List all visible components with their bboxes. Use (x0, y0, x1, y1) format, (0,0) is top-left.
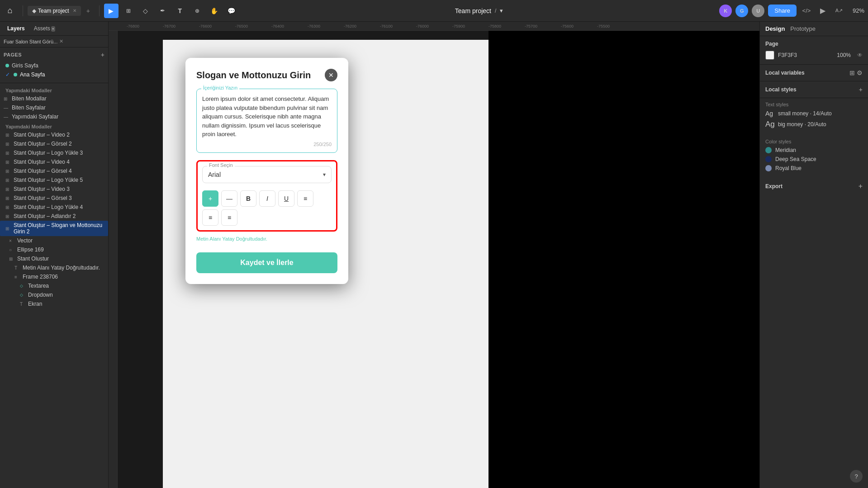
layer-metin[interactable]: T Metin Alanı Yatay Doğrultudadır. (0, 263, 108, 272)
save-button[interactable]: Kaydet ve İlerle (196, 252, 337, 273)
add-page-button[interactable]: + (101, 51, 104, 58)
layer-group-modaller: Yapımdaki Modaller (0, 121, 108, 130)
tab-close-icon[interactable]: ✕ (73, 8, 76, 13)
frame-tool[interactable]: ⊞ (121, 4, 136, 18)
design-tab[interactable]: Design (765, 25, 785, 32)
textarea-content[interactable]: Lorem ipsum dolor sit amet consectetur. … (202, 95, 332, 139)
layer-yapımdaki-sayfalar[interactable]: — Yapımdaki Sayfalar (0, 112, 108, 121)
settings-icon: ⚙ (857, 69, 863, 76)
active-tab[interactable]: ◆ Team project ✕ (28, 6, 81, 16)
prototype-tab[interactable]: Prototype (790, 25, 816, 32)
font-select[interactable]: Font Seçin Arial ▾ (202, 166, 332, 183)
format-italic-button[interactable]: I (259, 190, 275, 207)
page-dot-ana (14, 73, 17, 76)
layer-video3[interactable]: ⊞ Stant Oluştur – Video 3 (0, 185, 108, 194)
text-icon2: T (20, 302, 26, 307)
layer-logo3[interactable]: ⊞ Stant Oluştur – Logo Yükle 3 (0, 148, 108, 157)
assets-tab[interactable]: Assets• (30, 24, 59, 33)
color-style-deep-sea[interactable]: Deep Sea Space (765, 156, 863, 162)
shape-tool[interactable]: ◇ (138, 4, 153, 18)
comment-tool[interactable]: 💬 (224, 4, 239, 18)
avatar-3: U (752, 5, 764, 17)
layer-biten-sayfalar[interactable]: — Biten Sayfalar (0, 103, 108, 112)
layer-ellipse[interactable]: ○ Ellipse 169 (0, 245, 108, 254)
layer-frame238706[interactable]: ≡ Frame 238706 (0, 272, 108, 281)
code-view-icon[interactable]: </> (800, 5, 813, 17)
format-underline-button[interactable]: U (278, 190, 294, 207)
format-add-button[interactable]: + (202, 190, 218, 207)
text-style-label-1: small money · 14/Auto (778, 110, 832, 117)
export-add-button[interactable]: + (859, 182, 863, 190)
color-style-royal-blue[interactable]: Royal Blue (765, 165, 863, 171)
layer-adlandir2[interactable]: ⊞ Stant Oluştur – Adlandır 2 (0, 212, 108, 221)
pen-tool[interactable]: ✒ (156, 4, 170, 18)
frame-icon2: ≡ (14, 275, 21, 280)
color-dot-royal-blue (765, 165, 772, 171)
x-icon: × (9, 238, 15, 243)
layer-gorsel3[interactable]: ⊞ Stant Oluştur – Görsel 3 (0, 194, 108, 203)
color-styles-section: Color styles Meridian Deep Sea Space Roy… (760, 135, 868, 178)
hand-tool[interactable]: ✋ (207, 4, 222, 18)
home-icon[interactable]: ⌂ (4, 5, 16, 17)
layer-label: Stant Oluştur – Görsel 2 (14, 141, 72, 147)
layer-textarea[interactable]: ◇ Textarea (0, 281, 108, 290)
layers-tab[interactable]: Layers (4, 24, 28, 33)
text-style-big-money[interactable]: Ag big money · 20/Auto (765, 120, 863, 129)
layer-slogan2[interactable]: ⊞ Stant Oluştur – Slogan ve Mottonuzu Gi… (0, 221, 108, 236)
align-text: Metin Alanı Yatay Doğrultudadır. (196, 236, 337, 242)
ruler-mark: -75700 (525, 24, 561, 28)
format-bold-button[interactable]: B (240, 190, 256, 207)
format-minus-button[interactable]: — (221, 190, 237, 207)
layer-video2[interactable]: ⊞ Stant Oluştur – Video 2 (0, 130, 108, 139)
layer-dropdown[interactable]: ◇ Dropdown (0, 290, 108, 299)
text-style-small-money[interactable]: Ag small money · 14/Auto (765, 110, 863, 117)
new-tab[interactable]: + (82, 5, 95, 16)
layer-vector[interactable]: × Vector (0, 236, 108, 245)
page-dropdown[interactable]: ▾ (500, 7, 503, 14)
layer-ekran[interactable]: T Ekran (0, 299, 108, 308)
local-styles-add-icon[interactable]: + (859, 86, 863, 93)
page-giris-sayfa[interactable]: Giris Sayfa (4, 61, 104, 70)
cross-icon2: ⊞ (5, 142, 12, 147)
ruler-mark: -76400 (271, 24, 308, 28)
align-prefix: Metin Alanı (196, 236, 222, 242)
breadcrumb-text: Fuar Salon Stant Görü... (4, 39, 57, 44)
format-align-right-button[interactable]: ≡ (221, 209, 237, 226)
color-style-meridian[interactable]: Meridian (765, 147, 863, 153)
a-icon[interactable]: A↗ (833, 5, 845, 17)
textarea-label: İçeriğinizi Yazın (201, 85, 239, 90)
ruler-mark: -76200 (344, 24, 380, 28)
layer-gorsel4[interactable]: ⊞ Stant Oluştur – Görsel 4 (0, 166, 108, 175)
layer-gorsel2[interactable]: ⊞ Stant Oluştur – Görsel 2 (0, 139, 108, 148)
layer-label: Stant Olustur (17, 256, 49, 262)
layer-logo4[interactable]: ⊞ Stant Oluştur – Logo Yükle 4 (0, 203, 108, 212)
component-tool[interactable]: ⊕ (190, 4, 204, 18)
layer-label: Biten Sayfalar (12, 104, 46, 111)
format-align-left-button[interactable]: ≡ (297, 190, 313, 207)
share-button[interactable]: Share (768, 5, 797, 17)
page-color-swatch[interactable] (765, 51, 774, 60)
layer-logo5[interactable]: ⊞ Stant Oluştur – Logo Yükle 5 (0, 175, 108, 185)
text-tool[interactable]: T (173, 4, 187, 18)
layer-label: Frame 238706 (23, 274, 58, 280)
zoom-level[interactable]: 92% (853, 7, 864, 14)
move-tool[interactable]: ▶ (104, 4, 119, 18)
breadcrumb-close[interactable]: ✕ (59, 38, 63, 44)
help-button[interactable]: ? (850, 470, 863, 483)
layer-video4[interactable]: ⊞ Stant Oluştur – Video 4 (0, 157, 108, 166)
add-tab-icon[interactable]: + (86, 7, 90, 14)
local-styles-label: Local styles (765, 86, 797, 93)
layer-biten-modaller[interactable]: ⊞ Biten Modallar (0, 94, 108, 103)
play-icon[interactable]: ▶ (816, 5, 829, 17)
modal-close-button[interactable]: ✕ (325, 69, 337, 81)
format-align-center-button[interactable]: ≡ (202, 209, 218, 226)
grid-icon: ⊞ (849, 69, 855, 76)
layer-label: Vector (17, 237, 33, 244)
layer-label: Stant Oluştur – Logo Yükle 4 (14, 204, 83, 210)
page-ana-sayfa[interactable]: ✓ Ana Sayfa (4, 70, 104, 79)
local-styles-section: Local styles + (760, 81, 868, 98)
eye-icon[interactable]: 👁 (857, 52, 863, 58)
local-variables-icons[interactable]: ⊞ ⚙ (849, 69, 863, 76)
export-label: Export (765, 183, 783, 190)
layer-stant-olustur[interactable]: ⊞ Stant Olustur (0, 254, 108, 263)
